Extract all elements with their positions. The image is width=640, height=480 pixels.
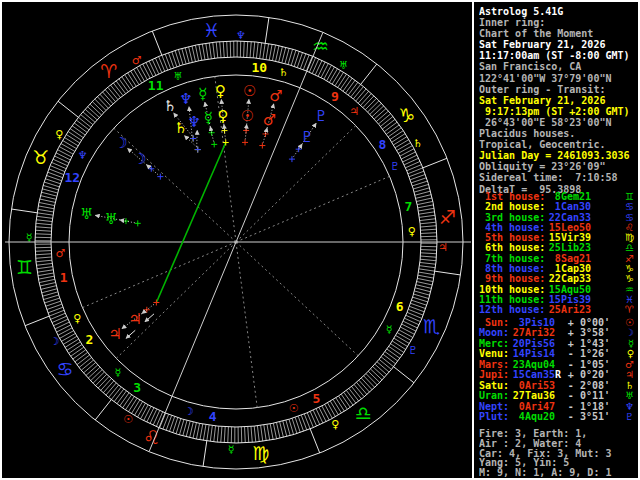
degree-tick [100, 94, 111, 106]
degree-tick [59, 147, 73, 155]
degree-tick [108, 87, 118, 99]
degree-tick [348, 82, 358, 95]
degree-tick [277, 423, 281, 439]
degree-tick [351, 84, 361, 97]
degree-tick [361, 378, 372, 390]
degree-tick [366, 374, 377, 385]
degree-tick [51, 162, 66, 168]
planet-pointer-inner-saturn [185, 136, 197, 147]
planet-label: Plut: [479, 412, 511, 422]
degree-tick [35, 234, 51, 235]
degree-tick [206, 43, 208, 59]
degree-tick [159, 57, 165, 72]
degree-tick [76, 120, 89, 130]
house-number-9: 9 [331, 89, 339, 104]
degree-tick [147, 408, 154, 422]
planet-glyph-inner-ring-mercury: ☿ [204, 109, 213, 127]
degree-tick [134, 69, 142, 83]
degree-tick [37, 213, 53, 215]
degree-tick [156, 412, 162, 427]
degree-tick [36, 257, 52, 258]
degree-tick [403, 321, 417, 328]
degree-tick [36, 220, 52, 222]
degree-tick [131, 71, 139, 85]
degree-tick [339, 396, 348, 409]
degree-tick [54, 156, 68, 163]
sign-ruler-icon-sagittarius: ♃ [438, 241, 448, 254]
degree-tick [155, 58, 161, 73]
degree-tick [327, 67, 335, 81]
house-ruler-icon-11: ♅ [173, 70, 183, 83]
header-line-12: Tropical, Geocentric. [479, 139, 634, 150]
degree-tick [119, 79, 128, 92]
planet-row: Plut: 4Aqu20- 3°51'♇ [479, 412, 634, 422]
planet-label: Uran: [479, 391, 511, 401]
sign-boundary-line [435, 271, 461, 275]
planet-glyph-outer-ring-moon: ☽ [114, 134, 127, 152]
degree-tick [420, 226, 436, 227]
degree-tick [393, 137, 407, 145]
planet-glyph-outer-ring-venus: ♀ [215, 82, 226, 100]
sign-glyph-taurus: ♉ [32, 146, 49, 168]
house-row: 12th house:25Ari23♈ [479, 305, 634, 315]
degree-tick [150, 409, 157, 423]
degree-tick [223, 41, 224, 57]
degree-tick [403, 155, 417, 162]
degree-tick [56, 325, 70, 332]
degree-tick [83, 112, 95, 122]
degree-tick [306, 56, 312, 71]
degree-tick [309, 57, 315, 72]
degree-tick [260, 43, 262, 59]
degree-tick [214, 426, 216, 442]
degree-tick [106, 383, 116, 395]
degree-tick [84, 363, 96, 373]
degree-tick [416, 285, 432, 289]
degree-tick [389, 346, 402, 355]
degree-tick [256, 42, 258, 58]
house-cusp-value: 25Ari23 [547, 305, 591, 315]
degree-tick [149, 61, 156, 75]
sign-ruler-icon-virgo: ☿ [228, 443, 235, 456]
planet-row: Uran:27Tau36- 0°11'♅ [479, 391, 634, 401]
degree-tick [263, 43, 265, 59]
degree-tick [316, 409, 323, 423]
degree-tick [379, 359, 391, 369]
degree-tick [377, 362, 389, 372]
sign-ruler-icon-aries: ♂ [132, 54, 142, 67]
degree-tick [390, 131, 403, 140]
degree-tick [35, 251, 51, 252]
degree-tick [416, 195, 432, 199]
degree-tick [57, 150, 71, 157]
sign-glyph-scorpio: ♏ [423, 315, 440, 337]
degree-tick [63, 140, 77, 148]
degree-tick [313, 410, 320, 425]
chart-header-block: Astrolog 5.41GInner ring:Chart of the Mo… [479, 6, 634, 195]
degree-tick [417, 282, 433, 285]
degree-tick [227, 41, 228, 57]
degree-tick [336, 398, 345, 411]
degree-tick [209, 43, 211, 59]
degree-tick [419, 266, 435, 268]
degree-tick [264, 425, 266, 441]
summary-line-2: Car: 4, Fix: 3, Mut: 3 [479, 449, 634, 459]
degree-tick [228, 427, 229, 443]
degree-tick [73, 350, 86, 359]
degree-tick [358, 91, 369, 103]
degree-tick [420, 259, 436, 260]
degree-tick [322, 406, 329, 420]
degree-tick [376, 111, 388, 121]
degree-tick [250, 42, 251, 58]
degree-tick [346, 80, 355, 93]
degree-tick [51, 313, 66, 319]
degree-tick [283, 421, 287, 436]
summary-line-3: Yang: 5, Yin: 5 [479, 458, 634, 468]
degree-tick [368, 101, 379, 112]
planet-glyph-outer-ring-sun: ☉ [243, 82, 256, 100]
degree-tick [193, 423, 196, 439]
house-number-7: 7 [405, 199, 413, 214]
house-cusp-line [236, 126, 356, 242]
degree-tick [64, 137, 78, 145]
house-cusp-list: 1st house: 8Gem21♊ 2nd house: 1Can30♋ 3r… [479, 192, 634, 316]
house-cusp-line [236, 242, 257, 408]
planet-glyph-inner-ring-moon: ☽ [133, 150, 146, 168]
